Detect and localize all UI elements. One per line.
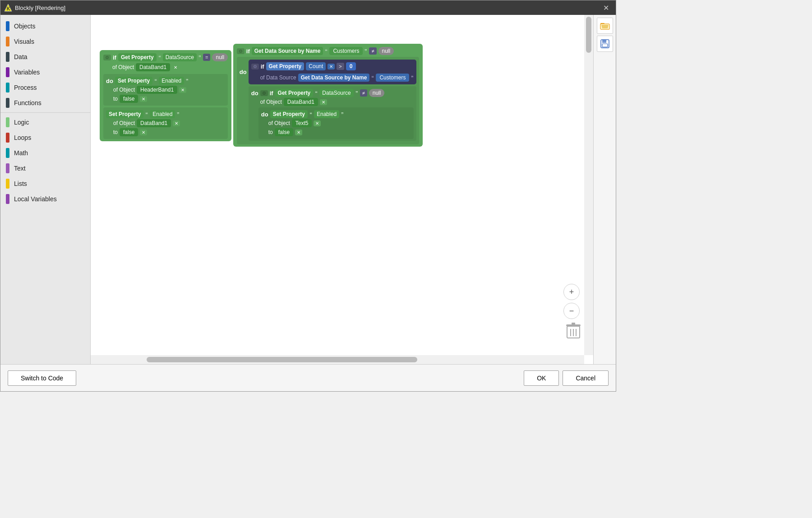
- text5-chip[interactable]: Text5: [292, 119, 312, 127]
- folder-open-icon: [600, 21, 610, 31]
- gt-chip[interactable]: >: [337, 63, 344, 70]
- get-data-source-nested[interactable]: Get Data Source by Name: [298, 74, 370, 82]
- settings-icon-3: ⚙: [251, 64, 259, 69]
- sidebar-item-visuals[interactable]: Visuals: [0, 34, 90, 49]
- data-color: [6, 52, 9, 62]
- math-color: [6, 148, 9, 158]
- objects-color: [6, 21, 9, 31]
- text-label: Text: [14, 165, 26, 172]
- databand1-chip-3[interactable]: DataBand1: [284, 98, 318, 106]
- loops-color: [6, 133, 9, 143]
- enabled-chip-2[interactable]: Enabled: [150, 110, 175, 118]
- to-label-2: to: [113, 129, 118, 135]
- sidebar-item-math[interactable]: Math: [0, 145, 90, 161]
- sidebar-item-loops[interactable]: Loops: [0, 130, 90, 145]
- sidebar-item-functions[interactable]: Functions: [0, 95, 90, 111]
- variables-color: [6, 67, 9, 77]
- null-chip-3: null: [369, 89, 385, 97]
- save-icon: [600, 39, 610, 49]
- logic-color: [6, 117, 9, 127]
- datasource-chip-inner[interactable]: DataSource: [319, 89, 353, 97]
- if-label-1: if: [113, 54, 116, 61]
- of-data-source-label: of Data Source: [260, 74, 296, 81]
- text5-tag[interactable]: ✕: [314, 120, 321, 126]
- do-label-4: do: [261, 111, 268, 118]
- visuals-color: [6, 37, 9, 46]
- sidebar-item-lists[interactable]: Lists: [0, 176, 90, 191]
- sidebar-item-variables[interactable]: Variables: [0, 65, 90, 80]
- svg-rect-13: [602, 44, 608, 47]
- set-property-block-3[interactable]: Set Property: [270, 110, 308, 118]
- datasource-chip-1[interactable]: DataSource: [163, 53, 197, 61]
- process-label: Process: [14, 84, 37, 91]
- count-chip[interactable]: Count: [306, 62, 326, 70]
- sidebar-item-objects[interactable]: Objects: [0, 18, 90, 34]
- text-color: [6, 163, 9, 173]
- sidebar-item-text[interactable]: Text: [0, 161, 90, 176]
- false-tag-1[interactable]: ✕: [140, 96, 147, 102]
- ok-button[interactable]: OK: [524, 370, 559, 386]
- databand1-chip-1[interactable]: DataBand1: [136, 63, 170, 71]
- vertical-scrollbar[interactable]: [584, 15, 593, 355]
- databand1-tag-3[interactable]: ✕: [320, 99, 327, 105]
- to-label-3: to: [268, 129, 273, 135]
- enabled-chip-1[interactable]: Enabled: [159, 77, 184, 85]
- eq-chip-1[interactable]: =: [203, 54, 210, 61]
- to-label-1: to: [113, 96, 118, 102]
- settings-icon-2: ⚙: [237, 48, 245, 54]
- visuals-label: Visuals: [14, 38, 34, 45]
- get-data-source-block[interactable]: Get Data Source by Name: [252, 47, 323, 55]
- sidebar-item-local-variables[interactable]: Local Variables: [0, 191, 90, 207]
- sidebar-item-logic[interactable]: Logic: [0, 115, 90, 130]
- zoom-out-button[interactable]: −: [563, 303, 580, 319]
- false-tag-3[interactable]: ✕: [295, 130, 302, 135]
- false-chip-2[interactable]: false: [120, 128, 138, 136]
- headerband1-tag[interactable]: ✕: [179, 87, 186, 93]
- false-chip-1[interactable]: false: [120, 95, 138, 103]
- do-label-3: do: [251, 90, 258, 97]
- open-button[interactable]: [597, 18, 613, 34]
- h-scrollbar-thumb[interactable]: [147, 357, 417, 362]
- if-label-2: if: [246, 48, 250, 55]
- neq-chip[interactable]: ≠: [369, 47, 376, 55]
- customers-chip-inner[interactable]: Customers: [376, 74, 409, 82]
- close-button[interactable]: ✕: [600, 1, 612, 14]
- zoom-in-button[interactable]: +: [563, 284, 580, 300]
- trash-icon: [566, 323, 581, 339]
- logic-label: Logic: [14, 119, 29, 126]
- databand1-chip-2[interactable]: DataBand1: [137, 119, 171, 127]
- v-scrollbar-thumb[interactable]: [586, 17, 591, 53]
- functions-label: Functions: [14, 99, 42, 106]
- sidebar: Objects Visuals Data Variables Process: [0, 15, 91, 364]
- switch-to-code-button[interactable]: Switch to Code: [8, 370, 76, 386]
- false-chip-3[interactable]: false: [275, 128, 293, 136]
- cancel-button[interactable]: Cancel: [563, 370, 609, 386]
- svg-rect-3: [566, 324, 581, 326]
- set-property-block-2[interactable]: Set Property: [106, 110, 143, 118]
- right-toolbar: [593, 15, 616, 364]
- save-button[interactable]: [597, 36, 613, 52]
- if-label-4: if: [270, 90, 273, 97]
- local-variables-label: Local Variables: [14, 195, 57, 203]
- horizontal-scrollbar[interactable]: [91, 355, 584, 364]
- sidebar-item-process[interactable]: Process: [0, 80, 90, 95]
- databand1-tag-1[interactable]: ✕: [172, 65, 179, 70]
- count-tag[interactable]: ✕: [328, 64, 335, 69]
- zero-chip: 0: [346, 62, 356, 70]
- enabled-chip-3[interactable]: Enabled: [314, 110, 339, 118]
- set-property-block-1[interactable]: Set Property: [115, 77, 152, 85]
- get-property-count-block[interactable]: Get Property: [266, 62, 304, 70]
- sidebar-item-data[interactable]: Data: [0, 49, 90, 65]
- databand1-tag-2[interactable]: ✕: [173, 120, 180, 126]
- false-tag-2[interactable]: ✕: [140, 130, 147, 135]
- delete-button[interactable]: [564, 320, 582, 342]
- customers-chip-outer[interactable]: Customers: [329, 47, 363, 55]
- neq-chip-2[interactable]: ≠: [360, 89, 367, 97]
- quote-open-1: ❝: [158, 55, 161, 60]
- lists-label: Lists: [14, 180, 27, 187]
- get-property-block-inner[interactable]: Get Property: [275, 89, 314, 97]
- headerband1-chip[interactable]: HeaderBand1: [137, 86, 177, 94]
- objects-label: Objects: [14, 23, 35, 30]
- get-property-block-1[interactable]: Get Property: [118, 53, 157, 61]
- canvas-area[interactable]: ⚙ if Get Property ❝ DataSource ❞ = null …: [91, 15, 593, 364]
